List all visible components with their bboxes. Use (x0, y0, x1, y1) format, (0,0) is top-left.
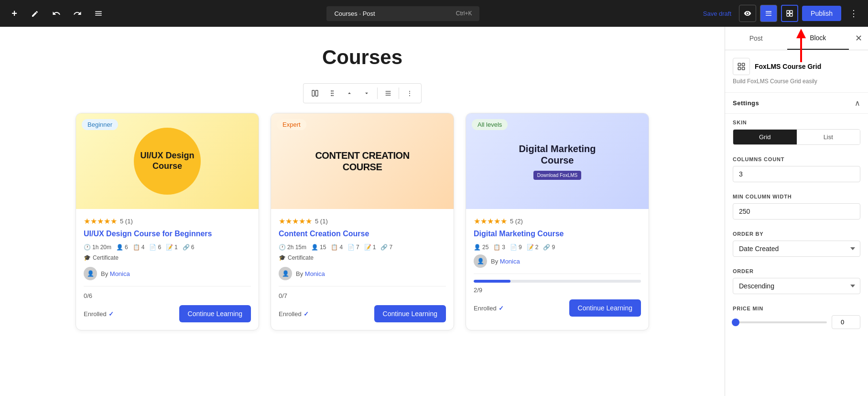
columns-count-field-group: COLUMNS COUNT (725, 151, 868, 188)
skin-toggle: Grid List (733, 129, 860, 145)
svg-rect-17 (738, 67, 740, 70)
course-divider-3 (474, 274, 641, 274)
skin-field-group: SKIN Grid List (725, 114, 868, 151)
meta-students-1: 👤 6 (116, 244, 128, 251)
course-footer-1: Enrolled ✓ Continue Learning (84, 305, 251, 322)
toolbar-divider-2 (399, 88, 399, 99)
progress-text-3: 2/9 (474, 286, 641, 294)
stars-3: ★★★★★ (474, 217, 507, 226)
continue-button-1[interactable]: Continue Learning (179, 305, 251, 322)
add-block-button[interactable]: + (6, 5, 23, 22)
checkmark-2: ✓ (304, 310, 309, 318)
order-by-label: ORDER BY (733, 231, 860, 237)
continue-button-3[interactable]: Continue Learning (569, 299, 641, 317)
skin-list-button[interactable]: List (797, 130, 860, 144)
enrolled-label-1: Enrolled ✓ (84, 310, 114, 318)
meta-resources-2: 🔗 7 (380, 244, 392, 251)
meta-quizzes-3: 📝 2 (527, 244, 539, 251)
meta-lessons-3: 📄 9 (510, 244, 522, 251)
toolbar-divider (377, 88, 378, 99)
progress-text-2: 0/7 (279, 292, 446, 299)
toolbar-right: Save draft Publish ⋮ (699, 5, 862, 22)
save-draft-button[interactable]: Save draft (699, 7, 735, 20)
redo-button[interactable] (69, 5, 86, 22)
course-author-2: 👤 By Monica (279, 267, 446, 280)
course-badge-1: Beginner (82, 119, 118, 130)
plugin-info: FoxLMS Course Grid (755, 63, 821, 70)
plugin-icon (733, 58, 750, 75)
price-min-label: PRICE MIN (733, 306, 860, 311)
meta-duration-1: 🕐 1h 20m (84, 244, 111, 251)
drag-handle-button[interactable] (325, 86, 340, 101)
columns-icon-button[interactable] (307, 86, 323, 101)
tab-block[interactable]: Block (787, 27, 849, 50)
settings-header[interactable]: Settings ∧ (725, 93, 868, 113)
rating-text-3: 5 (2) (510, 218, 523, 225)
meta-quizzes-2: 📝 1 (364, 244, 376, 251)
continue-button-2[interactable]: Continue Learning (374, 305, 446, 322)
meta-resources-3: 🔗 9 (543, 244, 555, 251)
course-author-3: 👤 By Monica (474, 254, 641, 268)
undo-button[interactable] (48, 5, 65, 22)
price-min-input[interactable] (832, 315, 860, 329)
page-title: Courses (10, 46, 715, 69)
progress-bar-outer-3 (474, 280, 641, 283)
svg-point-11 (332, 95, 333, 96)
min-column-width-field-group: MIN COLUMN WIDTH (725, 188, 868, 225)
skin-grid-button[interactable]: Grid (733, 130, 797, 144)
course-title-1[interactable]: UI/UX Design Course for Beginners (84, 230, 251, 238)
min-column-width-label: MIN COLUMN WIDTH (733, 194, 860, 199)
svg-rect-4 (312, 90, 315, 96)
close-panel-button[interactable]: ✕ (849, 27, 868, 50)
plugin-section: FoxLMS Course Grid Build FoxLMS Course G… (725, 50, 868, 92)
order-by-select[interactable]: Date Created Title Date Modified (733, 241, 860, 257)
preview-button[interactable] (739, 5, 756, 22)
publish-button[interactable]: Publish (802, 6, 841, 21)
checkmark-3: ✓ (499, 305, 504, 312)
course-meta-1: 🕐 1h 20m 👤 6 📋 4 📄 6 (84, 244, 251, 251)
tab-post[interactable]: Post (725, 27, 787, 50)
course-title-3[interactable]: Digital Marketing Course (474, 230, 641, 238)
stars-2: ★★★★★ (279, 217, 312, 226)
slider-thumb[interactable] (732, 319, 739, 326)
course-card-3: Digital MarketingCourse Download FoxLMS … (466, 113, 649, 330)
main-layout: Courses ⋮ (0, 27, 868, 396)
edit-mode-button[interactable] (27, 5, 44, 22)
course-cert-2: 🎓 Certificate (279, 254, 446, 261)
author-link-1[interactable]: Monica (110, 270, 130, 277)
skin-label: SKIN (733, 120, 860, 125)
course-cert-1: 🎓 Certificate (84, 254, 251, 261)
svg-rect-3 (790, 14, 792, 16)
more-options-button[interactable]: ⋮ (845, 5, 862, 22)
settings-panel-button[interactable] (760, 5, 777, 22)
course-title-2[interactable]: Content Creation Course (279, 230, 446, 238)
author-link-2[interactable]: Monica (305, 270, 325, 277)
author-avatar-3: 👤 (474, 254, 487, 268)
min-column-width-input[interactable] (733, 203, 860, 220)
svg-point-8 (331, 93, 332, 94)
panel-tabs: Post Block ✕ (725, 27, 868, 50)
list-view-button[interactable] (90, 5, 107, 22)
svg-point-7 (332, 90, 333, 91)
move-down-button[interactable] (359, 86, 374, 101)
block-panel-toggle-button[interactable] (781, 5, 798, 22)
command-palette-button[interactable]: Courses · Post Ctrl+K (326, 6, 479, 21)
settings-collapse-icon: ∧ (855, 99, 860, 108)
svg-rect-1 (790, 11, 792, 13)
meta-students-3: 👤 25 (474, 244, 488, 251)
course-meta-2: 🕐 2h 15m 👤 15 📋 4 📄 (279, 244, 446, 251)
progress-text-1: 0/6 (84, 292, 251, 299)
meta-quizzes-1: 📝 1 (166, 244, 178, 251)
command-palette-shortcut: Ctrl+K (456, 10, 472, 17)
align-button[interactable] (380, 86, 396, 101)
course-rating-2: ★★★★★ 5 (1) (279, 217, 446, 226)
progress-bar-inner-3 (474, 280, 510, 283)
author-link-3[interactable]: Monica (500, 258, 520, 265)
meta-duration-2: 🕐 2h 15m (279, 244, 306, 251)
course-badge-3: All levels (472, 119, 508, 130)
columns-count-input[interactable] (733, 166, 860, 182)
block-more-button[interactable]: ⋮ (402, 86, 417, 101)
toolbar-center: Courses · Post Ctrl+K (111, 6, 695, 21)
order-select[interactable]: Descending Ascending (733, 278, 860, 294)
move-up-button[interactable] (342, 86, 357, 101)
